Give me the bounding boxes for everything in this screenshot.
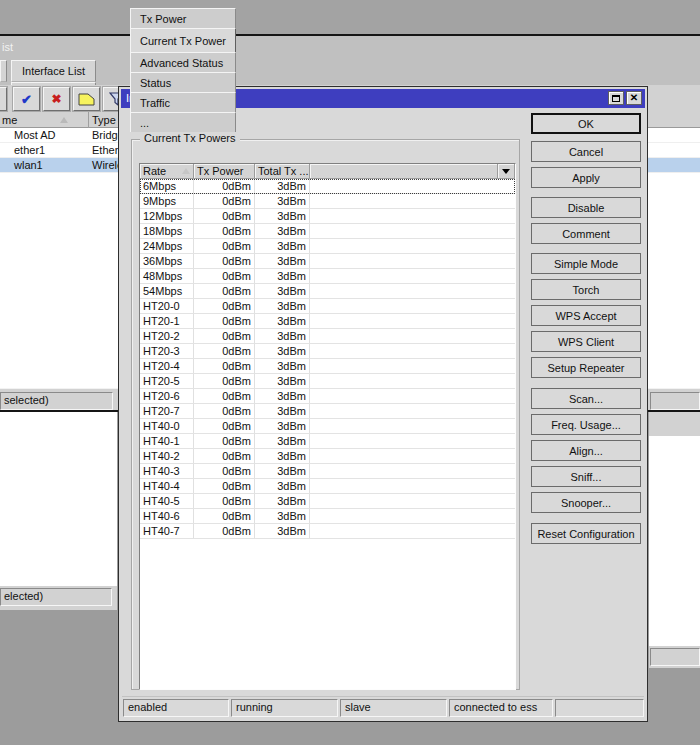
total-tx-cell: 3dBm bbox=[255, 359, 310, 373]
table-row[interactable]: 9Mbps 0dBm 3dBm bbox=[140, 194, 515, 209]
tx-power-cell: 0dBm bbox=[194, 374, 255, 388]
window-title-fragment: ist bbox=[2, 41, 13, 53]
empty-cell bbox=[310, 479, 515, 493]
empty-cell bbox=[310, 404, 515, 418]
table-row[interactable]: 54Mbps 0dBm 3dBm bbox=[140, 284, 515, 299]
dialog-button[interactable]: Setup Repeater bbox=[531, 357, 641, 378]
sort-asc-icon bbox=[182, 168, 190, 174]
interface-list-tabbar: Interface ListEthernetEoIP TunnelIP Tunn… bbox=[0, 57, 700, 85]
rate-cell: 18Mbps bbox=[140, 224, 194, 238]
table-row[interactable]: HT40-6 0dBm 3dBm bbox=[140, 509, 515, 524]
rate-cell: HT20-1 bbox=[140, 314, 194, 328]
dialog-button[interactable]: Apply bbox=[531, 167, 641, 188]
dialog-button[interactable]: Align... bbox=[531, 440, 641, 461]
dialog-button[interactable]: Disable bbox=[531, 197, 641, 218]
disable-button[interactable]: ✖ bbox=[43, 87, 70, 111]
dialog-button[interactable]: Cancel bbox=[531, 141, 641, 162]
tx-power-cell: 0dBm bbox=[194, 269, 255, 283]
dialog-tab[interactable]: Current Tx Power bbox=[130, 28, 236, 52]
table-row[interactable]: HT20-5 0dBm 3dBm bbox=[140, 374, 515, 389]
total-tx-cell: 3dBm bbox=[255, 479, 310, 493]
dialog-button[interactable]: Simple Mode bbox=[531, 253, 641, 274]
table-row[interactable]: HT40-2 0dBm 3dBm bbox=[140, 449, 515, 464]
status-cell bbox=[650, 648, 700, 666]
sort-asc-icon bbox=[60, 117, 68, 123]
table-row[interactable]: HT20-2 0dBm 3dBm bbox=[140, 329, 515, 344]
dialog-tab[interactable]: ... bbox=[130, 112, 236, 132]
empty-cell bbox=[310, 509, 515, 523]
tx-power-cell: 0dBm bbox=[194, 329, 255, 343]
rate-cell: HT20-6 bbox=[140, 389, 194, 403]
empty-cell bbox=[310, 419, 515, 433]
rate-cell: 12Mbps bbox=[140, 209, 194, 223]
table-row[interactable]: HT20-4 0dBm 3dBm bbox=[140, 359, 515, 374]
table-row[interactable]: HT20-1 0dBm 3dBm bbox=[140, 314, 515, 329]
dialog-button[interactable]: Comment bbox=[531, 223, 641, 244]
rate-cell: 48Mbps bbox=[140, 269, 194, 283]
table-row[interactable]: HT40-7 0dBm 3dBm bbox=[140, 524, 515, 539]
table-row[interactable]: 6Mbps 0dBm 3dBm bbox=[140, 179, 515, 194]
dialog-button[interactable]: Scan... bbox=[531, 388, 641, 409]
tx-power-cell: 0dBm bbox=[194, 254, 255, 268]
dialog-button[interactable]: Reset Configuration bbox=[531, 523, 641, 544]
table-row[interactable]: 36Mbps 0dBm 3dBm bbox=[140, 254, 515, 269]
comment-button[interactable] bbox=[73, 87, 100, 111]
total-tx-cell: 3dBm bbox=[255, 464, 310, 478]
column-type[interactable]: Type bbox=[92, 114, 116, 126]
dialog-tab[interactable]: Status bbox=[130, 72, 236, 92]
table-row[interactable]: HT20-7 0dBm 3dBm bbox=[140, 404, 515, 419]
desktop-top-band bbox=[0, 0, 700, 34]
table-row[interactable]: HT40-4 0dBm 3dBm bbox=[140, 479, 515, 494]
table-row[interactable]: 12Mbps 0dBm 3dBm bbox=[140, 209, 515, 224]
table-row[interactable]: 18Mbps 0dBm 3dBm bbox=[140, 224, 515, 239]
table-row[interactable]: HT40-0 0dBm 3dBm bbox=[140, 419, 515, 434]
tx-power-cell: 0dBm bbox=[194, 434, 255, 448]
table-row[interactable]: HT40-5 0dBm 3dBm bbox=[140, 494, 515, 509]
dialog-button[interactable]: Sniff... bbox=[531, 466, 641, 487]
dialog-button[interactable]: WPS Accept bbox=[531, 305, 641, 326]
table-row[interactable]: HT40-1 0dBm 3dBm bbox=[140, 434, 515, 449]
total-tx-cell: 3dBm bbox=[255, 524, 310, 538]
table-row[interactable]: 24Mbps 0dBm 3dBm bbox=[140, 239, 515, 254]
empty-cell bbox=[310, 209, 515, 223]
dialog-button[interactable]: WPS Client bbox=[531, 331, 641, 352]
dialog-button[interactable]: Freq. Usage... bbox=[531, 414, 641, 435]
dialog-tab[interactable]: Traffic bbox=[130, 92, 236, 112]
column-tx-power[interactable]: Tx Power bbox=[194, 164, 255, 179]
column-name[interactable]: me bbox=[2, 114, 17, 126]
toolbar-partial-button[interactable] bbox=[0, 87, 7, 111]
table-row[interactable]: HT20-3 0dBm 3dBm bbox=[140, 344, 515, 359]
column-total-tx[interactable]: Total Tx ... bbox=[255, 164, 310, 179]
interface-list-tab[interactable]: Interface List bbox=[11, 60, 96, 82]
column-divider[interactable] bbox=[88, 112, 89, 128]
empty-cell bbox=[310, 314, 515, 328]
table-row[interactable]: HT20-6 0dBm 3dBm bbox=[140, 389, 515, 404]
table-row[interactable]: HT20-0 0dBm 3dBm bbox=[140, 299, 515, 314]
total-tx-cell: 3dBm bbox=[255, 299, 310, 313]
total-tx-cell: 3dBm bbox=[255, 389, 310, 403]
rate-cell: HT40-1 bbox=[140, 434, 194, 448]
column-rate[interactable]: Rate bbox=[140, 164, 194, 179]
empty-cell bbox=[310, 494, 515, 508]
dialog-button[interactable]: Snooper... bbox=[531, 492, 641, 513]
dialog-button[interactable]: OK bbox=[531, 113, 641, 134]
total-tx-cell: 3dBm bbox=[255, 434, 310, 448]
tx-power-table: Rate Tx Power Total Tx ... 6Mbps 0dBm 3d… bbox=[139, 163, 516, 690]
total-tx-cell: 3dBm bbox=[255, 509, 310, 523]
dialog-tab[interactable]: Tx Power bbox=[130, 8, 236, 28]
tab-partial[interactable] bbox=[0, 60, 7, 82]
tx-power-cell: 0dBm bbox=[194, 194, 255, 208]
table-row[interactable]: HT40-3 0dBm 3dBm bbox=[140, 464, 515, 479]
column-dropdown-button[interactable] bbox=[498, 164, 515, 179]
dialog-tab[interactable]: Advanced Status bbox=[130, 52, 236, 72]
empty-cell bbox=[310, 179, 515, 193]
total-tx-cell: 3dBm bbox=[255, 374, 310, 388]
empty-cell bbox=[310, 359, 515, 373]
table-row[interactable]: 48Mbps 0dBm 3dBm bbox=[140, 269, 515, 284]
total-tx-cell: 3dBm bbox=[255, 179, 310, 193]
total-tx-cell: 3dBm bbox=[255, 284, 310, 298]
dropdown-arrow-icon bbox=[502, 169, 510, 174]
dialog-tab-label: Traffic bbox=[140, 97, 170, 109]
enable-button[interactable]: ✔ bbox=[13, 87, 40, 111]
dialog-button[interactable]: Torch bbox=[531, 279, 641, 300]
